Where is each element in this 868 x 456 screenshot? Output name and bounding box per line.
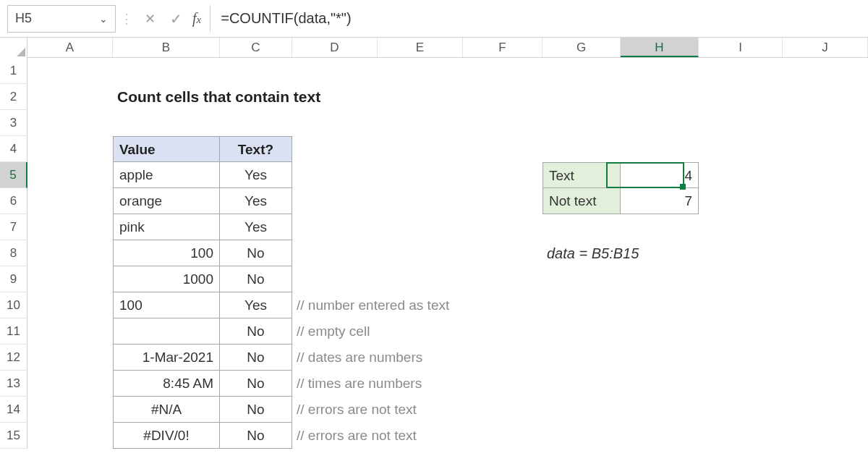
summary-label-nottext[interactable]: Not text (542, 188, 621, 214)
col-header-D[interactable]: D (292, 38, 378, 57)
col-header-B[interactable]: B (113, 38, 220, 57)
cell[interactable] (27, 162, 113, 188)
table-cell-text[interactable]: No (220, 397, 292, 423)
table-cell-value[interactable]: pink (113, 214, 220, 240)
cell[interactable] (27, 240, 113, 266)
row-header[interactable]: 5 (0, 162, 27, 188)
cell[interactable] (292, 240, 378, 266)
table-cell-value[interactable]: 1-Mar-2021 (113, 345, 220, 371)
cell[interactable] (27, 345, 113, 371)
table-cell-text[interactable]: Yes (220, 214, 292, 240)
row-header[interactable]: 15 (0, 423, 27, 449)
row-header[interactable]: 8 (0, 240, 27, 266)
cell[interactable] (378, 188, 463, 214)
table-header-text[interactable]: Text? (220, 136, 292, 162)
cell[interactable] (27, 318, 113, 345)
summary-value-nottext[interactable]: 7 (621, 188, 699, 214)
cell[interactable] (463, 188, 542, 214)
summary-label-text[interactable]: Text (542, 162, 621, 188)
cell[interactable] (292, 162, 378, 188)
cell[interactable] (463, 162, 542, 188)
cancel-icon[interactable]: ✕ (137, 11, 163, 27)
comment[interactable]: // number entered as text (292, 292, 378, 318)
table-cell-text[interactable]: No (220, 371, 292, 397)
row-header[interactable]: 13 (0, 371, 27, 397)
comment[interactable]: // empty cell (292, 318, 378, 345)
comment[interactable]: // dates are numbers (292, 345, 378, 371)
row-header[interactable]: 4 (0, 136, 27, 162)
col-header-E[interactable]: E (378, 38, 463, 57)
table-cell-value[interactable]: #DIV/0! (113, 423, 220, 449)
formula-input[interactable] (210, 5, 861, 33)
cell[interactable] (27, 397, 113, 423)
row-header[interactable]: 1 (0, 58, 27, 84)
cell[interactable] (27, 214, 113, 240)
table-cell-text[interactable]: No (220, 318, 292, 345)
col-header-C[interactable]: C (220, 38, 292, 57)
row-header[interactable]: 9 (0, 266, 27, 292)
table-cell-value[interactable]: 100 (113, 240, 220, 266)
cell[interactable] (27, 136, 113, 162)
col-header-A[interactable]: A (27, 38, 113, 57)
table-cell-value[interactable]: 100 (113, 292, 220, 318)
range-note[interactable]: data = B5:B15 (542, 240, 621, 266)
cell[interactable] (27, 371, 113, 397)
row-header[interactable]: 3 (0, 110, 27, 136)
table-cell-value[interactable]: orange (113, 188, 220, 214)
row-header[interactable]: 2 (0, 84, 27, 110)
table-cell-text[interactable]: No (220, 240, 292, 266)
table-cell-text[interactable]: No (220, 345, 292, 371)
table-cell-value[interactable]: 1000 (113, 266, 220, 292)
table-cell-value[interactable] (113, 318, 220, 345)
col-header-G[interactable]: G (542, 38, 621, 57)
name-box-value: H5 (15, 11, 96, 26)
table-cell-text[interactable]: Yes (220, 188, 292, 214)
row-header[interactable]: 6 (0, 188, 27, 214)
chevron-down-icon[interactable]: ⌄ (96, 13, 111, 25)
cell[interactable] (27, 292, 113, 318)
table-cell-value[interactable]: apple (113, 162, 220, 188)
fx-icon[interactable]: fx (190, 10, 205, 27)
table-cell-text[interactable]: Yes (220, 292, 292, 318)
row-header[interactable]: 7 (0, 214, 27, 240)
cell[interactable] (27, 188, 113, 214)
row-header[interactable]: 10 (0, 292, 27, 318)
sheet-grid[interactable]: 1 2 Count cells that contain text 3 4 Va… (0, 58, 868, 449)
summary-value-text[interactable]: 4 (621, 162, 699, 188)
table-cell-text[interactable]: No (220, 266, 292, 292)
cell[interactable] (27, 423, 113, 449)
col-header-I[interactable]: I (699, 38, 783, 57)
table-cell-text[interactable]: Yes (220, 162, 292, 188)
table-cell-value[interactable]: 8:45 AM (113, 371, 220, 397)
table-cell-text[interactable]: No (220, 423, 292, 449)
column-headers: A B C D E F G H I J (0, 38, 868, 58)
cell[interactable] (27, 84, 113, 110)
cell[interactable] (463, 240, 542, 266)
cell[interactable] (378, 240, 463, 266)
name-box[interactable]: H5 ⌄ (7, 5, 116, 33)
col-header-J[interactable]: J (783, 38, 868, 57)
comment[interactable]: // errors are not text (292, 423, 378, 449)
col-header-H[interactable]: H (621, 38, 699, 57)
comment[interactable]: // times are numbers (292, 371, 378, 397)
formula-bar: H5 ⌄ ⋮ ✕ ✓ fx (0, 0, 868, 38)
select-all-corner[interactable] (0, 38, 27, 58)
comment[interactable]: // errors are not text (292, 397, 378, 423)
cell[interactable] (27, 266, 113, 292)
row-header[interactable]: 14 (0, 397, 27, 423)
cell[interactable] (292, 188, 378, 214)
table-header-value[interactable]: Value (113, 136, 220, 162)
row-header[interactable]: 12 (0, 345, 27, 371)
table-cell-value[interactable]: #N/A (113, 397, 220, 423)
page-title[interactable]: Count cells that contain text (113, 84, 220, 110)
accept-icon[interactable]: ✓ (163, 10, 190, 28)
separator: ⋮ (116, 11, 137, 27)
row-header[interactable]: 11 (0, 318, 27, 345)
cell[interactable] (378, 162, 463, 188)
col-header-F[interactable]: F (463, 38, 542, 57)
